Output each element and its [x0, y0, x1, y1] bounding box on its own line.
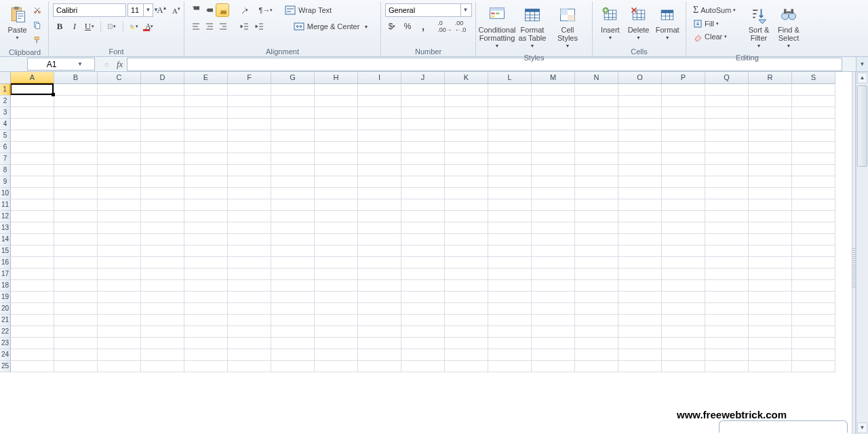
decrease-decimal-button[interactable]: .00←.0	[454, 20, 467, 33]
cell[interactable]	[792, 188, 835, 199]
cell[interactable]	[315, 96, 358, 107]
cell[interactable]	[445, 96, 488, 107]
cell[interactable]	[11, 315, 54, 326]
cell[interactable]	[575, 315, 618, 326]
cell[interactable]	[488, 338, 532, 349]
cell[interactable]	[575, 269, 618, 280]
row-header[interactable]: 23	[0, 338, 11, 349]
cell[interactable]	[11, 176, 54, 188]
cell[interactable]	[575, 222, 618, 234]
cell[interactable]	[228, 280, 271, 292]
cell[interactable]	[575, 280, 618, 292]
column-header[interactable]: S	[792, 72, 835, 84]
cell[interactable]	[184, 338, 228, 349]
cell[interactable]	[749, 292, 792, 303]
cell[interactable]	[184, 130, 228, 142]
cell[interactable]	[401, 199, 445, 211]
cell[interactable]	[792, 269, 835, 280]
select-all-corner[interactable]	[0, 72, 11, 84]
cell[interactable]	[532, 269, 575, 280]
cell[interactable]	[184, 222, 228, 234]
cell[interactable]	[662, 326, 705, 338]
cell[interactable]	[575, 119, 618, 130]
cell[interactable]	[54, 188, 98, 199]
cell[interactable]	[315, 349, 358, 361]
cell[interactable]	[98, 245, 141, 257]
column-header[interactable]: B	[54, 72, 98, 84]
row-header[interactable]: 10	[0, 188, 11, 199]
cell[interactable]	[488, 153, 532, 165]
cell[interactable]	[705, 222, 749, 234]
cell[interactable]	[618, 280, 662, 292]
cell[interactable]	[141, 245, 184, 257]
cell[interactable]	[618, 245, 662, 257]
cell[interactable]	[445, 188, 488, 199]
cell[interactable]	[662, 188, 705, 199]
row-header[interactable]: 1	[0, 84, 11, 96]
row-header[interactable]: 7	[0, 153, 11, 165]
cell[interactable]	[401, 188, 445, 199]
align-center-button[interactable]	[202, 20, 216, 33]
cell[interactable]	[705, 96, 749, 107]
cell[interactable]	[184, 269, 228, 280]
cell[interactable]	[618, 315, 662, 326]
row-header[interactable]: 20	[0, 303, 11, 315]
cell[interactable]	[445, 245, 488, 257]
cell[interactable]	[575, 84, 618, 96]
cell[interactable]	[141, 326, 184, 338]
cell[interactable]	[184, 326, 228, 338]
cell[interactable]	[445, 292, 488, 303]
scroll-thumb[interactable]	[857, 85, 867, 167]
cell[interactable]	[315, 315, 358, 326]
cell[interactable]	[705, 176, 749, 188]
cell[interactable]	[54, 176, 98, 188]
cell[interactable]	[401, 349, 445, 361]
cell[interactable]	[401, 292, 445, 303]
cell[interactable]	[401, 269, 445, 280]
cell[interactable]	[11, 257, 54, 269]
cell[interactable]	[228, 245, 271, 257]
cell[interactable]	[54, 107, 98, 119]
cell[interactable]	[358, 292, 401, 303]
cell[interactable]	[749, 349, 792, 361]
cell[interactable]	[315, 188, 358, 199]
cell[interactable]	[618, 165, 662, 176]
cell[interactable]	[184, 153, 228, 165]
cell[interactable]	[228, 199, 271, 211]
cell[interactable]	[662, 338, 705, 349]
row-header[interactable]: 16	[0, 257, 11, 269]
cell[interactable]	[618, 234, 662, 245]
align-middle-button[interactable]	[202, 3, 216, 17]
cell[interactable]	[358, 188, 401, 199]
cell[interactable]	[532, 176, 575, 188]
cell[interactable]	[618, 326, 662, 338]
cell[interactable]	[575, 96, 618, 107]
cell[interactable]	[705, 199, 749, 211]
cell[interactable]	[618, 176, 662, 188]
cell[interactable]	[662, 292, 705, 303]
conditional-formatting-button[interactable]: Conditional Formatting▼	[480, 3, 514, 52]
row-header[interactable]: 22	[0, 326, 11, 338]
cell[interactable]	[532, 292, 575, 303]
cell[interactable]	[445, 234, 488, 245]
cell[interactable]	[358, 315, 401, 326]
format-as-table-button[interactable]: Format as Table▼	[515, 3, 549, 52]
cell[interactable]	[184, 234, 228, 245]
format-painter-button[interactable]	[31, 33, 44, 47]
cell[interactable]	[488, 280, 532, 292]
cell[interactable]	[662, 96, 705, 107]
cell[interactable]	[792, 361, 835, 372]
cell[interactable]	[488, 269, 532, 280]
cell[interactable]	[532, 222, 575, 234]
cell[interactable]	[618, 257, 662, 269]
cell[interactable]	[271, 96, 315, 107]
cell[interactable]	[749, 96, 792, 107]
cell[interactable]	[98, 303, 141, 315]
cut-button[interactable]	[31, 3, 44, 17]
cell[interactable]	[184, 315, 228, 326]
align-right-button[interactable]	[216, 20, 229, 33]
cell[interactable]	[792, 199, 835, 211]
cell[interactable]	[749, 188, 792, 199]
cell[interactable]	[618, 303, 662, 315]
row-header[interactable]: 15	[0, 245, 11, 257]
